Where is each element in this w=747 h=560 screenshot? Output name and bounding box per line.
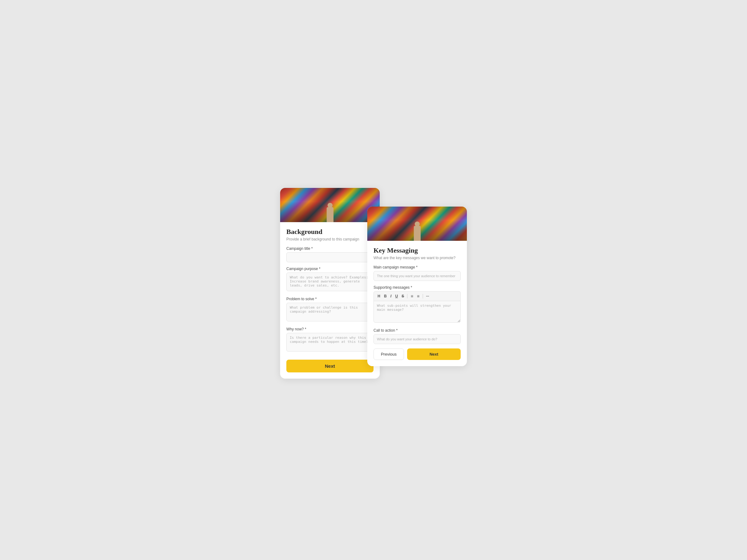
- campaign-purpose-group: Campaign purpose *: [286, 267, 374, 292]
- key-messaging-subtitle: What are the key messages we want to pro…: [374, 256, 461, 260]
- page-wrapper: Background Provide a brief background to…: [187, 182, 560, 379]
- problem-to-solve-label: Problem to solve *: [286, 297, 374, 301]
- toolbar-bold-btn[interactable]: B: [383, 294, 388, 299]
- call-to-action-input[interactable]: [374, 334, 461, 344]
- key-messaging-next-button[interactable]: Next: [407, 348, 461, 360]
- toolbar-heading-btn[interactable]: H: [376, 294, 382, 299]
- why-now-textarea[interactable]: [286, 333, 374, 351]
- supporting-messages-label: Supporting messages *: [374, 285, 461, 290]
- background-subtitle: Provide a brief background to this campa…: [286, 237, 374, 241]
- background-title: Background: [286, 228, 374, 236]
- previous-button[interactable]: Previous: [374, 348, 404, 360]
- person-silhouette-2: [412, 220, 423, 241]
- campaign-title-input[interactable]: [286, 252, 374, 262]
- campaign-purpose-textarea[interactable]: [286, 272, 374, 291]
- person-silhouette-1: [325, 202, 336, 222]
- campaign-title-label: Campaign title *: [286, 246, 374, 251]
- call-to-action-label: Call to action *: [374, 328, 461, 332]
- campaign-purpose-label: Campaign purpose *: [286, 267, 374, 271]
- key-messaging-title: Key Messaging: [374, 246, 461, 255]
- toolbar-unordered-list-btn[interactable]: ≡: [409, 293, 414, 299]
- toolbar-italic-btn[interactable]: I: [389, 294, 392, 299]
- toolbar-more-btn[interactable]: ···: [425, 294, 431, 299]
- supporting-messages-group: Supporting messages * H B I U S ≡ ≡ ···: [374, 285, 461, 324]
- background-next-button[interactable]: Next: [286, 359, 374, 372]
- why-now-group: Why now? *: [286, 327, 374, 353]
- why-now-label: Why now? *: [286, 327, 374, 331]
- call-to-action-group: Call to action *: [374, 328, 461, 344]
- toolbar-ordered-list-btn[interactable]: ≡: [416, 293, 421, 299]
- hero-image-2: [367, 207, 467, 241]
- main-campaign-message-label: Main campaign message *: [374, 265, 461, 269]
- hero-image-1: [280, 188, 380, 222]
- key-messaging-card: Key Messaging What are the key messages …: [367, 207, 467, 366]
- main-campaign-message-group: Main campaign message *: [374, 265, 461, 281]
- toolbar-underline-btn[interactable]: U: [394, 294, 399, 299]
- campaign-title-group: Campaign title *: [286, 246, 374, 262]
- background-card: Background Provide a brief background to…: [280, 188, 380, 379]
- rich-text-toolbar: H B I U S ≡ ≡ ···: [374, 291, 461, 301]
- supporting-messages-textarea[interactable]: [374, 301, 461, 323]
- problem-to-solve-group: Problem to solve *: [286, 297, 374, 323]
- problem-to-solve-textarea[interactable]: [286, 303, 374, 321]
- toolbar-strikethrough-btn[interactable]: S: [400, 294, 405, 299]
- main-campaign-message-input[interactable]: [374, 271, 461, 281]
- toolbar-divider-2: [423, 294, 423, 298]
- key-messaging-buttons: Previous Next: [374, 348, 461, 360]
